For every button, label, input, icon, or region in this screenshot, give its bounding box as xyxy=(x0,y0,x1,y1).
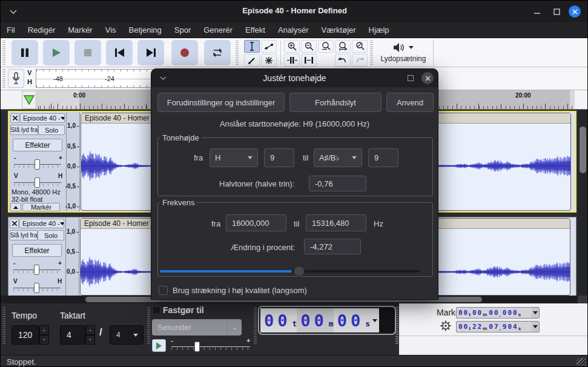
timesig-lower-dropdown[interactable]: 4 xyxy=(110,325,144,345)
zoom-selection-button[interactable] xyxy=(318,40,334,53)
record-meter-button[interactable] xyxy=(8,69,24,88)
play-pin-button[interactable] xyxy=(22,91,36,109)
effects-button[interactable]: Effekter xyxy=(13,139,62,151)
envelope-tool-button[interactable] xyxy=(261,40,277,53)
vscroll-thumb[interactable] xyxy=(580,127,586,173)
play-at-speed-button[interactable] xyxy=(152,339,166,352)
selection-tool-button[interactable] xyxy=(244,40,260,53)
track-close-button[interactable] xyxy=(10,219,19,228)
freq-to-field[interactable]: 15316,480 xyxy=(306,214,366,231)
from-octave-field[interactable]: 9 xyxy=(264,148,294,167)
menu-vaerktojer[interactable]: Værktøjer xyxy=(322,25,356,35)
zoom-fit-button[interactable] xyxy=(335,40,351,53)
menu-hjaelp[interactable]: Hjælp xyxy=(369,25,389,35)
time-toolbar-grip[interactable] xyxy=(254,307,257,345)
menu-analyser[interactable]: Analysér xyxy=(278,25,309,35)
freq-from-field[interactable]: 16000,000 xyxy=(226,214,286,231)
high-quality-checkbox[interactable] xyxy=(159,286,168,295)
time-display[interactable]: 00t 00m 00s xyxy=(258,306,396,335)
track-close-button[interactable] xyxy=(10,113,19,123)
track-name-menu[interactable]: Episode 40 - xyxy=(20,113,65,123)
zoom-out-button[interactable] xyxy=(301,40,317,53)
snap-label: Fastgør til xyxy=(163,305,204,315)
audio-setup-button[interactable]: Lydopsætning xyxy=(375,39,432,66)
menu-effekt[interactable]: Effekt xyxy=(245,25,265,35)
to-note-dropdown[interactable]: A♯/B♭ xyxy=(314,148,362,167)
undo-button[interactable] xyxy=(335,54,351,67)
stop-button[interactable] xyxy=(74,40,101,65)
gain-slider[interactable] xyxy=(13,266,61,274)
selection-format-dropdown[interactable] xyxy=(532,322,539,332)
track-name-menu[interactable]: Episode 40 - xyxy=(19,219,64,228)
zoom-in-button[interactable] xyxy=(284,40,300,53)
dialog-title-bar[interactable]: Justér tonehøjde xyxy=(151,69,438,87)
estimated-pitch-text: Anslået starttonehøjde: H9 (16000,000 Hz… xyxy=(151,119,438,128)
redo-button[interactable] xyxy=(352,54,368,67)
percent-slider[interactable] xyxy=(160,266,420,277)
skip-start-button[interactable] xyxy=(106,40,133,65)
maximize-button[interactable] xyxy=(550,5,563,18)
solo-button[interactable]: Solo xyxy=(38,230,64,240)
from-note-dropdown[interactable]: H xyxy=(210,148,258,167)
menu-vis[interactable]: Vis xyxy=(105,25,116,35)
snap-mode-dropdown[interactable]: Sekunder ⌄ xyxy=(152,319,242,336)
pan-slider[interactable] xyxy=(14,179,61,187)
solo-button[interactable]: Solo xyxy=(38,125,65,135)
trim-audio-button[interactable] xyxy=(284,54,300,67)
tempo-spin-buttons[interactable]: ▲▼ xyxy=(39,325,49,345)
toolbar-grip[interactable] xyxy=(236,41,239,65)
tempo-toolbar-grip[interactable] xyxy=(2,307,5,345)
menu-fil[interactable]: Fil xyxy=(7,25,15,35)
loop-button[interactable] xyxy=(204,40,231,65)
preview-button[interactable]: Forhåndslyt xyxy=(289,93,382,112)
tempo-input[interactable]: 120 xyxy=(12,325,39,345)
effects-button[interactable]: Effekter xyxy=(12,244,62,257)
menu-spor[interactable]: Spor xyxy=(174,25,191,35)
pan-slider[interactable] xyxy=(13,284,61,293)
timesig-upper-input[interactable]: 4 xyxy=(60,325,85,345)
select-track-button[interactable]: Markér xyxy=(22,203,60,211)
presets-button[interactable]: Forudinstillinger og indstillinger xyxy=(157,93,285,112)
toolbar-grip[interactable] xyxy=(2,41,5,65)
selection-toolbar-grip[interactable] xyxy=(395,307,398,345)
multi-tool-button[interactable] xyxy=(261,54,277,67)
apply-button[interactable]: Anvend xyxy=(386,93,434,112)
gear-icon[interactable] xyxy=(440,320,451,331)
menu-rediger[interactable]: Redigér xyxy=(28,25,56,35)
gain-slider[interactable] xyxy=(14,160,61,169)
resize-grip[interactable] xyxy=(576,358,586,366)
slider-knob[interactable] xyxy=(294,266,305,277)
selection-start-field[interactable]: 00t 00m 00, 000s xyxy=(456,307,540,319)
toolbar-grip[interactable] xyxy=(370,41,373,65)
timesig-spin-buttons[interactable]: ▲▼ xyxy=(85,325,95,345)
selection-end-field[interactable]: 00t 22m 07, 904s xyxy=(456,321,540,332)
to-octave-field[interactable]: 9 xyxy=(368,148,398,167)
snap-toolbar-grip[interactable] xyxy=(147,307,150,345)
skip-end-button[interactable] xyxy=(137,40,164,65)
percent-field[interactable]: -4,272 xyxy=(304,239,361,254)
pause-button[interactable] xyxy=(12,40,38,65)
play-button[interactable] xyxy=(43,40,70,65)
speed-slider[interactable] xyxy=(171,343,250,351)
draw-tool-button[interactable] xyxy=(244,54,260,67)
dialog-close-button[interactable] xyxy=(421,72,434,84)
mute-button[interactable]: Slå lyd fra xyxy=(10,125,38,135)
close-button[interactable] xyxy=(569,5,581,18)
snap-checkbox[interactable] xyxy=(152,306,160,314)
record-button[interactable] xyxy=(171,40,198,65)
dialog-maximize-button[interactable] xyxy=(408,75,414,81)
menu-marker[interactable]: Markér xyxy=(68,25,92,35)
minimize-button[interactable] xyxy=(531,5,543,18)
title-bar[interactable]: Episode 40 - Homer Defined xyxy=(1,1,588,22)
silence-audio-button[interactable] xyxy=(301,54,317,67)
time-format-dropdown[interactable] xyxy=(370,308,379,332)
collapse-button[interactable] xyxy=(10,203,21,211)
menu-generer[interactable]: Generér xyxy=(203,25,233,35)
menu-betjening[interactable]: Betjening xyxy=(129,25,162,35)
vertical-scrollbar[interactable] xyxy=(578,110,588,296)
zoom-toggle-button[interactable] xyxy=(352,40,368,53)
selection-format-dropdown[interactable] xyxy=(532,308,539,318)
semitones-field[interactable]: -0,76 xyxy=(309,176,366,191)
mute-button[interactable]: Slå lyd fra xyxy=(10,230,38,240)
meter-grip[interactable] xyxy=(2,69,5,88)
